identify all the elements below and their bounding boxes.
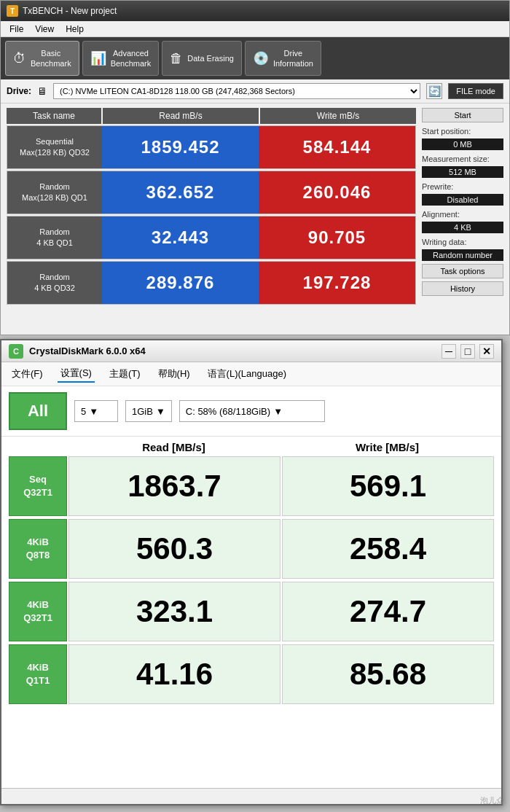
cdm-table-row: 4KiBQ1T1 41.16 85.68 <box>9 644 494 704</box>
bench-main: Task name Read mB/s Write mB/s Sequentia… <box>1 104 509 311</box>
alignment-value: 4 KB <box>422 222 503 233</box>
measurement-size-value: 512 MB <box>422 166 503 178</box>
row4-label: Random4 KB QD32 <box>7 262 102 304</box>
menu-view[interactable]: View <box>29 23 60 36</box>
row4-read: 289.876 <box>102 262 259 304</box>
drive-dropdown[interactable]: C: 58% (68/118GiB) ▼ <box>179 400 325 422</box>
writing-data-value: Random number <box>422 249 503 261</box>
basic-bench-icon: ⏱ <box>13 51 26 66</box>
table-row: Random4 KB QD32 289.876 197.728 <box>7 261 416 305</box>
menu-settings[interactable]: 设置(S) <box>58 365 95 383</box>
menu-file[interactable]: File <box>4 23 29 36</box>
cdm-row1-read: 1863.7 <box>68 456 280 516</box>
cdm-row3-label: 4KiBQ32T1 <box>9 582 67 641</box>
prewrite-label: Prewrite: <box>422 182 503 191</box>
cdm-row4-write: 85.68 <box>282 644 494 704</box>
table-row: Random4 KB QD1 32.443 90.705 <box>7 216 416 259</box>
all-button[interactable]: All <box>9 392 67 430</box>
cdm-table-row: SeqQ32T1 1863.7 569.1 <box>9 456 494 516</box>
writing-data-label: Writing data: <box>422 238 503 246</box>
size-value: 1GiB <box>132 406 153 417</box>
cdm-row2-write: 258.4 <box>282 519 494 579</box>
menu-help[interactable]: 帮助(H) <box>155 366 193 382</box>
menu-help[interactable]: Help <box>60 23 90 36</box>
cdm-row1-label: SeqQ32T1 <box>9 456 67 516</box>
cdm-title: CrystalDiskMark 6.0.0 x64 <box>29 346 146 356</box>
bench-header: Task name Read mB/s Write mB/s <box>7 108 416 124</box>
table-row: SequentialMax(128 KB) QD32 1859.452 584.… <box>7 125 416 169</box>
cdm-row4-label: 4KiBQ1T1 <box>9 644 67 704</box>
size-chevron-icon: ▼ <box>156 406 165 417</box>
cdm-write-header: Write [MB/s] <box>280 441 494 453</box>
row1-label: SequentialMax(128 KB) QD32 <box>7 126 102 168</box>
col-read-header: Read mB/s <box>103 108 259 124</box>
count-chevron-icon: ▼ <box>89 406 98 417</box>
row2-write: 260.046 <box>259 171 415 214</box>
drive-chevron-icon: ▼ <box>273 406 283 417</box>
basic-benchmark-btn[interactable]: ⏱ BasicBenchmark <box>5 41 79 76</box>
col-write-header: Write mB/s <box>260 108 416 124</box>
history-btn[interactable]: History <box>422 281 503 296</box>
txbench-title: TxBENCH - New project <box>23 6 117 16</box>
minimize-btn[interactable]: ─ <box>442 344 456 359</box>
data-erasing-btn[interactable]: 🗑 Data Erasing <box>162 41 242 76</box>
count-dropdown[interactable]: 5 ▼ <box>74 400 118 422</box>
menu-file[interactable]: 文件(F) <box>9 366 46 382</box>
cdm-header-row: Read [MB/s] Write [MB/s] <box>9 441 494 453</box>
menu-theme[interactable]: 主题(T) <box>106 366 144 382</box>
txbench-titlebar: T TxBENCH - New project <box>1 1 509 21</box>
count-value: 5 <box>81 406 86 417</box>
cdm-row1-write: 569.1 <box>282 456 494 516</box>
start-btn[interactable]: Start <box>422 108 503 122</box>
advanced-benchmark-btn[interactable]: 📊 AdvancedBenchmark <box>82 41 160 76</box>
cdm-row3-read: 323.1 <box>68 582 280 641</box>
cdm-window: C CrystalDiskMark 6.0.0 x64 ─ □ ✕ 文件(F) … <box>0 339 503 805</box>
cdm-bench-area: Read [MB/s] Write [MB/s] SeqQ32T1 1863.7… <box>1 437 501 711</box>
txbench-window: T TxBENCH - New project File View Help ⏱… <box>0 0 510 335</box>
close-btn[interactable]: ✕ <box>479 344 494 359</box>
start-position-label: Start position: <box>422 127 503 136</box>
advanced-bench-icon: 📊 <box>90 50 106 66</box>
drive-refresh-btn[interactable]: 🔄 <box>426 83 442 99</box>
start-position-value: 0 MB <box>422 138 503 150</box>
cdm-table-row: 4KiBQ32T1 323.1 274.7 <box>9 582 494 641</box>
cdm-statusbar <box>1 788 501 804</box>
drive-select[interactable]: (C:) NVMe LITEON CA1-8D128 118.00 GB (24… <box>53 83 420 99</box>
watermark: 泡儿众 <box>480 795 504 806</box>
menu-language[interactable]: 语言(L)(Language) <box>205 366 289 382</box>
basic-bench-label: BasicBenchmark <box>31 48 71 69</box>
alignment-label: Alignment: <box>422 210 503 219</box>
bench-table: Task name Read mB/s Write mB/s Sequentia… <box>7 108 416 306</box>
file-mode-btn[interactable]: FILE mode <box>448 83 503 99</box>
bench-sidebar: Start Start position: 0 MB Measurement s… <box>416 108 503 306</box>
drive-label: Drive: <box>7 86 31 96</box>
cdm-row3-write: 274.7 <box>282 582 494 641</box>
drive-info-btn[interactable]: 💿 DriveInformation <box>245 41 321 76</box>
cdm-row2-label: 4KiBQ8T8 <box>9 519 67 579</box>
row2-label: RandomMax(128 KB) QD1 <box>7 171 102 214</box>
size-dropdown[interactable]: 1GiB ▼ <box>125 400 172 422</box>
row1-read: 1859.452 <box>102 126 259 168</box>
measurement-size-label: Measurement size: <box>422 155 503 163</box>
cdm-controls: All 5 ▼ 1GiB ▼ C: 58% (68/118GiB) ▼ <box>1 386 501 437</box>
cdm-titlebar-buttons: ─ □ ✕ <box>442 344 494 359</box>
row4-write: 197.728 <box>259 262 415 304</box>
prewrite-value: Disabled <box>422 194 503 206</box>
cdm-row4-read: 41.16 <box>68 644 280 704</box>
txbench-icon: T <box>7 5 18 17</box>
data-erase-label: Data Erasing <box>187 53 234 63</box>
cdm-row2-read: 560.3 <box>68 519 280 579</box>
row3-write: 90.705 <box>259 216 415 259</box>
row3-label: Random4 KB QD1 <box>7 216 102 259</box>
drive-icon: 🖥 <box>37 85 47 97</box>
txbench-toolbar: ⏱ BasicBenchmark 📊 AdvancedBenchmark 🗑 D… <box>1 37 509 79</box>
cdm-icon: C <box>9 344 23 359</box>
txbench-menubar: File View Help <box>1 21 509 37</box>
row2-read: 362.652 <box>102 171 259 214</box>
maximize-btn[interactable]: □ <box>460 344 475 359</box>
row1-write: 584.144 <box>259 126 415 168</box>
row3-read: 32.443 <box>102 216 259 259</box>
data-erase-icon: 🗑 <box>170 51 183 66</box>
task-options-btn[interactable]: Task options <box>422 264 503 278</box>
cdm-titlebar: C CrystalDiskMark 6.0.0 x64 ─ □ ✕ <box>1 340 501 362</box>
